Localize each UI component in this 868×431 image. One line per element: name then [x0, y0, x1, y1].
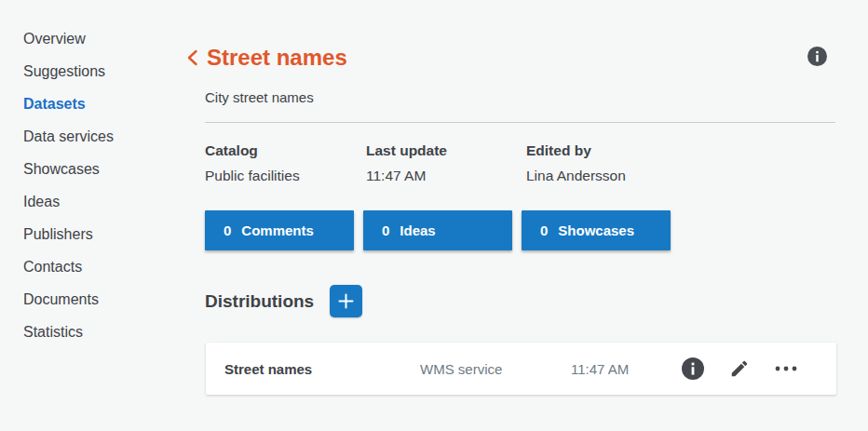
meta-label: Last update	[366, 142, 526, 159]
main-content: Street names City street names Catalog P…	[186, 0, 836, 431]
distributions-header: Distributions	[205, 285, 362, 317]
meta-value: Public facilities	[205, 168, 366, 184]
meta-catalog: Catalog Public facilities	[205, 142, 366, 184]
sidebar: Overview Suggestions Datasets Data servi…	[23, 22, 172, 348]
sidebar-item-data-services[interactable]: Data services	[23, 120, 172, 153]
ideas-label: Ideas	[400, 222, 435, 238]
divider	[205, 122, 835, 123]
counter-buttons: 0 Comments 0 Ideas 0 Showcases	[205, 210, 671, 250]
add-distribution-button[interactable]	[330, 285, 362, 317]
comments-label: Comments	[241, 222, 314, 238]
distribution-row[interactable]: Street names WMS service 11:47 AM	[206, 343, 836, 395]
sidebar-item-showcases[interactable]: Showcases	[23, 153, 172, 185]
info-icon	[682, 357, 704, 380]
distribution-time: 11:47 AM	[571, 361, 664, 377]
distribution-edit-button[interactable]	[728, 357, 751, 380]
distribution-actions	[682, 357, 797, 380]
dataset-description: City street names	[205, 89, 314, 105]
pencil-icon	[729, 358, 750, 379]
ideas-button[interactable]: 0 Ideas	[363, 210, 512, 250]
meta-value: Lina Andersson	[526, 168, 626, 184]
back-button[interactable]	[181, 47, 203, 69]
showcases-button[interactable]: 0 Showcases	[522, 210, 671, 250]
info-icon	[807, 47, 827, 66]
meta-edited-by: Edited by Lina Andersson	[526, 142, 626, 184]
sidebar-item-suggestions[interactable]: Suggestions	[23, 55, 172, 88]
app-window: Overview Suggestions Datasets Data servi…	[0, 0, 868, 431]
comments-count: 0	[224, 222, 231, 238]
showcases-label: Showcases	[558, 222, 634, 238]
sidebar-item-contacts[interactable]: Contacts	[23, 250, 172, 283]
chevron-left-icon	[186, 49, 198, 66]
sidebar-item-publishers[interactable]: Publishers	[23, 218, 172, 250]
plus-icon	[337, 292, 355, 310]
comments-button[interactable]: 0 Comments	[205, 210, 354, 250]
showcases-count: 0	[540, 222, 548, 238]
ideas-count: 0	[382, 222, 389, 238]
meta-last-update: Last update 11:47 AM	[366, 142, 526, 184]
sidebar-item-datasets[interactable]: Datasets	[23, 88, 172, 120]
distributions-title: Distributions	[205, 291, 314, 312]
dataset-meta: Catalog Public facilities Last update 11…	[205, 142, 626, 184]
sidebar-item-statistics[interactable]: Statistics	[23, 316, 172, 348]
distribution-more-button[interactable]	[775, 357, 797, 380]
meta-label: Catalog	[205, 142, 366, 159]
page-title: Street names	[207, 44, 347, 72]
meta-label: Edited by	[526, 142, 626, 159]
sidebar-item-ideas[interactable]: Ideas	[23, 185, 172, 218]
meta-value: 11:47 AM	[366, 168, 526, 184]
ellipsis-icon	[775, 366, 797, 371]
distribution-info-button[interactable]	[682, 357, 704, 380]
sidebar-item-documents[interactable]: Documents	[23, 283, 172, 316]
dataset-info-button[interactable]	[807, 47, 827, 66]
distribution-name: Street names	[224, 361, 420, 377]
distribution-type: WMS service	[420, 361, 571, 377]
sidebar-item-overview[interactable]: Overview	[23, 22, 172, 55]
